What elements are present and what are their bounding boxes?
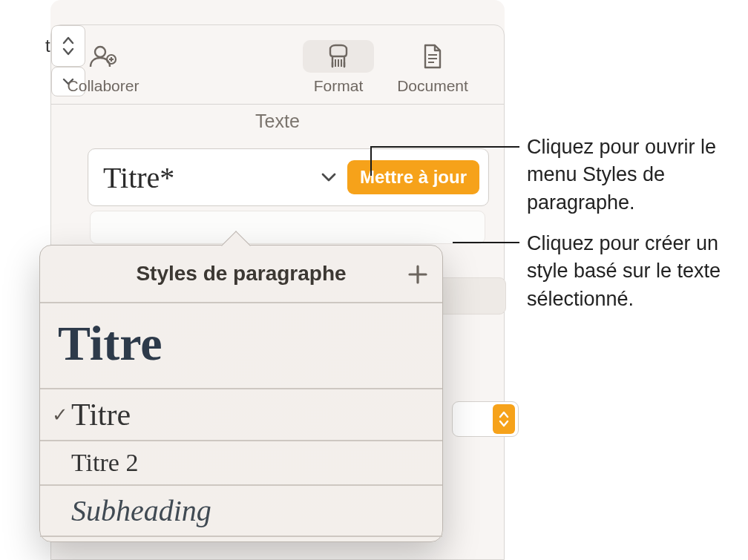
style-preview: Titre [40,303,442,389]
document-icon [421,43,444,70]
format-button[interactable]: Format [301,40,375,95]
style-item-titre-2[interactable]: Titre 2 [40,441,442,486]
collaborate-icon [88,44,118,69]
segmented-control-peek [432,277,506,314]
format-icon [326,43,351,70]
format-sidebar: Collaborer Format [50,0,505,560]
document-label: Document [397,77,468,95]
orange-stepper-icon [493,404,515,434]
secondary-style-row [90,211,485,244]
style-list: ✓ Titre Titre 2 Subheading [40,389,442,537]
style-item-label: Titre [71,397,429,432]
style-item-subheading[interactable]: Subheading [40,486,442,537]
style-item-label: Subheading [71,493,429,528]
svg-point-0 [95,47,105,57]
current-style-name: Titre* [103,160,321,195]
update-style-button[interactable]: Mettre à jour [347,160,479,194]
paragraph-styles-popover: Styles de paragraphe Titre ✓ Titre [39,245,443,542]
document-button[interactable]: Document [381,40,485,95]
chevron-down-icon [321,169,337,185]
collaborate-label: Collaborer [68,77,140,95]
unit-suffix: t [45,36,50,56]
checkmark-icon: ✓ [49,403,71,426]
inspector-toolbar: Collaborer Format [51,36,504,105]
format-label: Format [314,77,364,95]
popover-header: Styles de paragraphe [40,246,442,303]
text-section-title: Texte [51,111,504,132]
paragraph-style-selector[interactable]: Titre* Mettre à jour [88,148,489,206]
style-item-label: Titre 2 [71,449,429,477]
plus-icon [407,263,429,286]
style-item-titre[interactable]: ✓ Titre [40,389,442,441]
add-style-button[interactable] [407,260,429,290]
popover-title: Styles de paragraphe [136,262,346,286]
callout-create-style: Cliquez pour créer un style basé sur le … [527,230,748,313]
callout-open-menu: Cliquez pour ouvrir le menu Styles de pa… [527,134,742,217]
hidden-dropdown-1[interactable] [452,401,519,437]
collaborate-button[interactable]: Collaborer [51,40,155,95]
